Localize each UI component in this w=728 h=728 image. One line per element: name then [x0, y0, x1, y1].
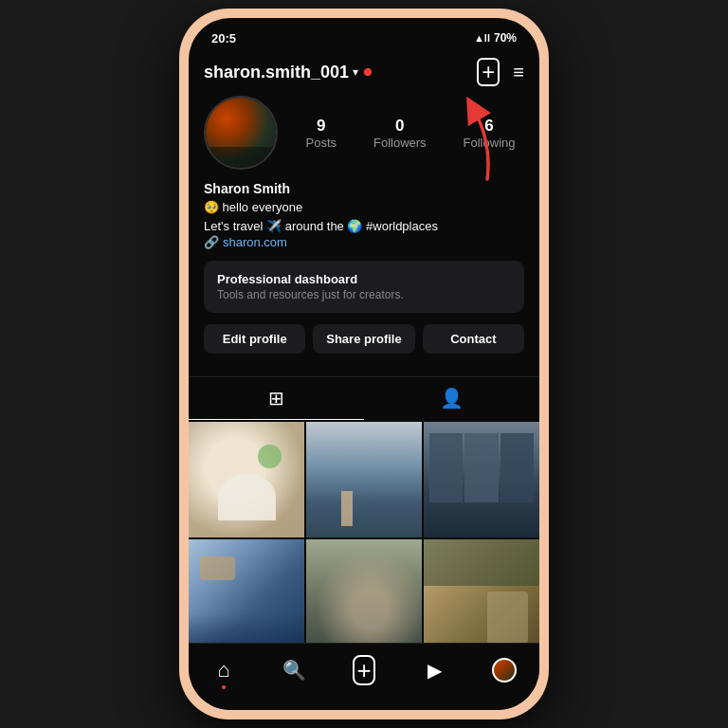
phone-frame: 20:5 ▲ll 70% sharon.smith_001 ▾ + ≡	[179, 9, 549, 719]
action-buttons: Edit profile Share profile Contact	[204, 324, 524, 354]
following-label: Following	[464, 136, 516, 150]
posts-label: Posts	[305, 136, 337, 150]
dropdown-arrow-icon: ▾	[353, 65, 358, 79]
website-text: sharon.com	[223, 235, 287, 249]
signal-icon: ▲ll	[474, 32, 490, 44]
phone-screen: 20:5 ▲ll 70% sharon.smith_001 ▾ + ≡	[189, 18, 539, 710]
profile-header: sharon.smith_001 ▾ + ≡	[189, 52, 539, 96]
home-active-dot	[222, 685, 226, 689]
followers-label: Followers	[373, 136, 427, 150]
display-name: Sharon Smith	[204, 181, 524, 196]
avatar[interactable]	[204, 96, 278, 170]
home-icon: ⌂	[217, 658, 229, 682]
nav-profile[interactable]	[483, 653, 525, 687]
following-count: 6	[484, 117, 493, 136]
tagged-icon: 👤	[440, 387, 464, 410]
grid-item-4[interactable]	[189, 539, 304, 643]
profile-avatar-nav	[492, 658, 517, 682]
add-icon: +	[353, 655, 374, 686]
posts-count: 9	[317, 117, 325, 136]
nav-reels[interactable]: ▶	[413, 653, 455, 687]
profile-top: 9 Posts 0 Followers 6 Following	[204, 96, 524, 170]
link-icon: 🔗	[204, 235, 219, 249]
notch	[307, 18, 421, 45]
followers-stat[interactable]: 0 Followers	[373, 117, 427, 150]
search-icon: 🔍	[282, 659, 306, 682]
battery-indicator: 70%	[494, 31, 517, 45]
grid-item-3[interactable]	[424, 422, 539, 537]
dashboard-title: Professional dashboard	[217, 272, 511, 286]
bottom-navigation: ⌂ 🔍 + ▶	[189, 643, 539, 710]
bio-line-1: 🥺 hello everyone	[204, 198, 524, 217]
status-right: ▲ll 70%	[474, 31, 517, 45]
following-stat[interactable]: 6 Following	[464, 117, 516, 150]
bio-section: Sharon Smith 🥺 hello everyone Let's trav…	[204, 181, 524, 249]
posts-stat[interactable]: 9 Posts	[305, 117, 337, 150]
tab-grid[interactable]: ⊞	[189, 377, 364, 420]
share-profile-button[interactable]: Share profile	[313, 324, 414, 354]
dashboard-subtitle: Tools and resources just for creators.	[217, 288, 511, 301]
professional-dashboard[interactable]: Professional dashboard Tools and resourc…	[204, 261, 524, 313]
grid-icon: ⊞	[268, 387, 284, 410]
grid-item-1[interactable]	[189, 422, 304, 537]
reels-icon: ▶	[428, 659, 442, 682]
photo-grid-section	[189, 422, 539, 643]
nav-search[interactable]: 🔍	[273, 653, 315, 687]
nav-home[interactable]: ⌂	[203, 653, 245, 687]
nav-add[interactable]: +	[343, 653, 385, 687]
profile-tabs: ⊞ 👤	[189, 376, 539, 420]
header-icons: + ≡	[477, 58, 524, 86]
menu-icon[interactable]: ≡	[513, 62, 524, 83]
profile-section: 9 Posts 0 Followers 6 Following Sharon S…	[189, 96, 539, 376]
edit-profile-button[interactable]: Edit profile	[204, 324, 305, 354]
stats-section: 9 Posts 0 Followers 6 Following	[297, 117, 524, 150]
status-time: 20:5	[211, 31, 236, 46]
website-link[interactable]: 🔗 sharon.com	[204, 235, 524, 249]
contact-button[interactable]: Contact	[423, 324, 524, 354]
followers-count: 0	[395, 117, 404, 136]
grid-item-6[interactable]	[424, 539, 539, 643]
online-status-dot	[364, 68, 372, 76]
username-text: sharon.smith_001	[204, 63, 349, 82]
bio-line-2: Let's travel ✈️ around the 🌍 #worldplace…	[204, 217, 524, 236]
grid-item-2[interactable]	[306, 422, 422, 537]
add-post-icon[interactable]: +	[477, 58, 500, 86]
photo-grid	[189, 422, 539, 643]
username-area[interactable]: sharon.smith_001 ▾	[204, 63, 372, 82]
tab-tagged[interactable]: 👤	[364, 377, 539, 420]
grid-item-5[interactable]	[306, 539, 422, 643]
